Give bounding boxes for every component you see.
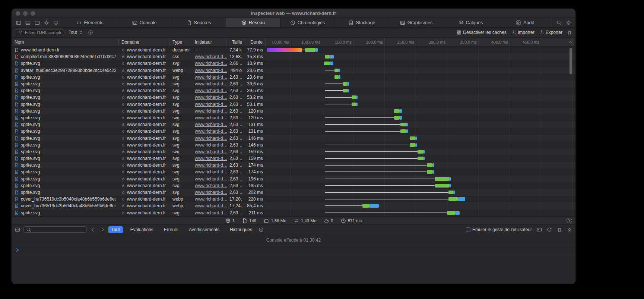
resource-initiator[interactable]: www.richard-d…	[195, 142, 227, 148]
table-row[interactable]: sprite.svg www.richard-dern.fr svg www.r…	[12, 87, 575, 94]
resource-initiator[interactable]: www.richard-d…	[195, 136, 227, 141]
console-search-field[interactable]	[23, 226, 87, 233]
emulate-gesture-checkbox[interactable]: Émuler le geste de l’utilisateur	[466, 227, 532, 232]
console-messages-icon[interactable]	[537, 227, 542, 232]
resource-initiator[interactable]: www.richard-d…	[195, 183, 227, 188]
tab-sources[interactable]: Sources	[171, 18, 226, 27]
close-button[interactable]	[16, 11, 20, 16]
resource-initiator[interactable]: www.richard-d…	[195, 176, 227, 182]
tab-timelines[interactable]: Chronologies	[280, 18, 334, 27]
clear-console-icon[interactable]	[557, 227, 562, 232]
table-row[interactable]: avatar_hu85ecc3e298728880b0bde2dcc4e5c23…	[12, 67, 575, 74]
table-row[interactable]: sprite.svg www.richard-dern.fr svg www.r…	[12, 114, 575, 121]
tab-graphics[interactable]: Graphismes	[389, 18, 443, 27]
resource-initiator[interactable]: www.richard-d…	[195, 163, 227, 168]
forward-icon[interactable]	[100, 227, 105, 232]
column-header-size[interactable]: Taille	[227, 38, 244, 46]
resource-initiator[interactable]: www.richard-d…	[195, 203, 227, 208]
resource-initiator[interactable]: www.richard-d…	[195, 115, 227, 120]
filter-options-icon[interactable]	[88, 30, 93, 35]
disable-caches-checkbox[interactable]: Désactiver les caches	[457, 30, 507, 35]
title-bar[interactable]: Inspecteur web — www.richard-dern.fr	[12, 9, 575, 18]
console-scope-erreurs[interactable]: Erreurs	[161, 226, 181, 233]
table-row[interactable]: sprite.svg www.richard-dern.fr svg www.r…	[12, 182, 575, 189]
table-row[interactable]: cover_hu736519dc3b5040cfa48b6b559b6de6ec…	[12, 196, 575, 202]
console-scope-avertissements[interactable]: Avertissements	[186, 226, 222, 233]
console-prompt[interactable]	[12, 246, 575, 254]
resource-initiator[interactable]: www.richard-d…	[195, 169, 227, 174]
table-row[interactable]: sprite.svg www.richard-dern.fr svg www.r…	[12, 108, 575, 114]
resource-initiator[interactable]: www.richard-d…	[195, 102, 227, 107]
table-row[interactable]: www.richard-dern.fr www.richard-dern.fr …	[12, 47, 575, 53]
resource-initiator[interactable]: www.richard-d…	[195, 68, 227, 73]
tab-network[interactable]: Réseau	[226, 18, 280, 27]
table-row[interactable]: sprite.svg www.richard-dern.fr svg www.r…	[12, 148, 575, 155]
console-pin-icon[interactable]	[15, 227, 20, 232]
resource-initiator[interactable]: www.richard-d…	[195, 129, 227, 134]
console-search-input[interactable]	[33, 227, 84, 232]
resource-initiator[interactable]: www.richard-d…	[195, 122, 227, 127]
collapse-console-icon[interactable]	[567, 227, 572, 232]
console-filter-icon[interactable]	[258, 227, 264, 232]
clear-network-icon[interactable]	[567, 30, 572, 35]
table-row[interactable]: sprite.svg www.richard-dern.fr svg www.r…	[12, 121, 575, 128]
table-row[interactable]: sprite.svg www.richard-dern.fr svg www.r…	[12, 101, 575, 108]
tab-elements[interactable]: Éléments	[63, 18, 117, 27]
responsive-mode-icon[interactable]	[53, 20, 58, 25]
resource-initiator[interactable]: www.richard-d…	[195, 61, 227, 66]
resource-initiator[interactable]: www.richard-d…	[195, 156, 227, 161]
resource-initiator[interactable]: www.richard-d…	[195, 54, 227, 59]
table-row[interactable]: sprite.svg www.richard-dern.fr svg www.r…	[12, 155, 575, 162]
resource-initiator[interactable]: www.richard-d…	[195, 75, 227, 80]
resource-initiator[interactable]: www.richard-d…	[195, 196, 227, 202]
column-header-name[interactable]: Nom	[12, 38, 119, 46]
resource-initiator[interactable]: www.richard-d…	[195, 149, 227, 154]
import-button[interactable]: Importer	[511, 30, 534, 35]
column-header-initiator[interactable]: Initiateur	[192, 38, 227, 46]
tab-audit[interactable]: Audit	[498, 18, 552, 27]
table-row[interactable]: sprite.svg www.richard-dern.fr svg www.r…	[12, 189, 575, 196]
table-row[interactable]: sprite.svg www.richard-dern.fr svg www.r…	[12, 162, 575, 169]
search-icon[interactable]	[556, 20, 562, 25]
table-row[interactable]: compiled.min.38390909f303624ed9e1cf1bd3f…	[12, 53, 575, 60]
element-picker-icon[interactable]	[44, 20, 49, 25]
help-button[interactable]: ?	[567, 218, 572, 223]
table-row[interactable]: sprite.svg www.richard-dern.fr svg www.r…	[12, 210, 575, 216]
dock-bottom-icon[interactable]	[25, 20, 31, 25]
table-row[interactable]: cover_hu736519dc3b5040cfa48b6b559b6de6ec…	[12, 202, 575, 209]
console-scope-tout[interactable]: Tout	[108, 226, 123, 233]
table-row[interactable]: sprite.svg www.richard-dern.fr svg www.r…	[12, 94, 575, 101]
console-scope-historiques[interactable]: Historiques	[227, 226, 255, 233]
table-row[interactable]: sprite.svg www.richard-dern.fr svg www.r…	[12, 128, 575, 135]
type-scope-popup[interactable]: Tout	[69, 30, 83, 35]
gear-icon[interactable]	[566, 20, 571, 25]
tab-layers[interactable]: Calques	[443, 18, 498, 27]
resource-initiator[interactable]: www.richard-d…	[195, 81, 227, 86]
export-button[interactable]: Exporter	[539, 30, 562, 35]
url-filter-input[interactable]	[25, 30, 61, 35]
table-row[interactable]: sprite.svg www.richard-dern.fr svg www.r…	[12, 60, 575, 67]
activity-icon[interactable]	[547, 227, 552, 232]
url-filter-field[interactable]	[15, 29, 64, 36]
dock-right-icon[interactable]	[35, 20, 40, 25]
table-row[interactable]: sprite.svg www.richard-dern.fr svg www.r…	[12, 169, 575, 175]
resource-initiator[interactable]: www.richard-d…	[195, 190, 227, 195]
console-scope-evaluations[interactable]: Évaluations	[127, 226, 156, 233]
resource-initiator[interactable]: www.richard-d…	[195, 95, 227, 100]
table-row[interactable]: sprite.svg www.richard-dern.fr svg www.r…	[12, 176, 575, 182]
table-row[interactable]: sprite.svg www.richard-dern.fr svg www.r…	[12, 74, 575, 81]
dock-left-icon[interactable]	[16, 20, 21, 25]
resource-initiator[interactable]: www.richard-d…	[195, 108, 227, 114]
tab-console[interactable]: Console	[117, 18, 171, 27]
column-header-domain[interactable]: Domaine	[119, 38, 170, 46]
zoom-button[interactable]	[31, 11, 35, 16]
tab-storage[interactable]: Stockage	[334, 18, 389, 27]
scroll-top-icon[interactable]	[568, 40, 573, 45]
resource-initiator[interactable]: www.richard-d…	[195, 88, 227, 93]
resource-initiator[interactable]: www.richard-d…	[195, 210, 227, 215]
table-row[interactable]: sprite.svg www.richard-dern.fr svg www.r…	[12, 135, 575, 141]
minimize-button[interactable]	[23, 11, 28, 16]
column-header-duration[interactable]: Durée	[244, 38, 266, 46]
back-icon[interactable]	[90, 227, 95, 232]
console-input-area[interactable]	[12, 254, 575, 284]
